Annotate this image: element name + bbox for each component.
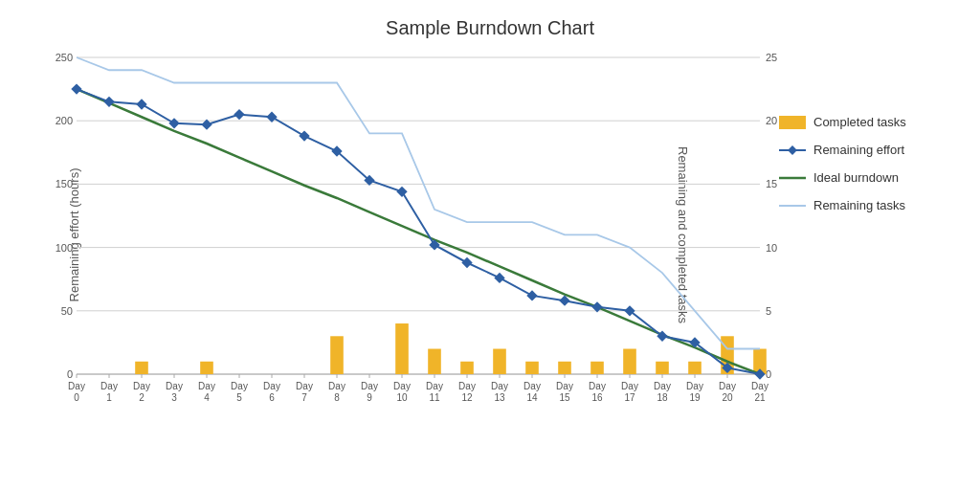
chart-title: Sample Burndown Chart (0, 0, 980, 43)
legend-item-ideal-burndown: Ideal burndown (779, 170, 951, 185)
svg-rect-94 (590, 362, 604, 374)
svg-text:13: 13 (494, 392, 505, 403)
svg-rect-88 (395, 323, 409, 374)
svg-text:Day: Day (426, 381, 443, 391)
svg-text:Day: Day (751, 381, 768, 391)
svg-text:18: 18 (657, 392, 668, 403)
svg-text:0: 0 (766, 368, 771, 380)
svg-rect-91 (493, 349, 506, 374)
svg-rect-93 (558, 362, 571, 374)
svg-text:Day: Day (654, 381, 671, 391)
legend-swatch-ideal-burndown (779, 171, 806, 185)
svg-text:21: 21 (754, 392, 766, 403)
legend-swatch-remaining-effort (779, 144, 806, 157)
svg-text:Day: Day (719, 381, 736, 391)
svg-text:4: 4 (204, 392, 210, 403)
legend-label-remaining-effort: Remaining effort (813, 143, 904, 157)
svg-text:6: 6 (269, 392, 275, 403)
svg-text:3: 3 (171, 392, 177, 403)
svg-rect-90 (460, 362, 474, 374)
svg-text:7: 7 (301, 392, 307, 403)
svg-text:Day: Day (68, 381, 85, 391)
svg-text:Day: Day (556, 381, 573, 391)
svg-text:Day: Day (589, 381, 606, 391)
chart-svg: 0501001502002500510152025Day0Day1Day2Day… (67, 48, 769, 422)
svg-text:100: 100 (56, 242, 73, 254)
svg-text:5: 5 (766, 305, 771, 317)
svg-text:11: 11 (429, 392, 440, 403)
legend-swatch-completed-tasks (779, 116, 806, 129)
legend-label-ideal-burndown: Ideal burndown (813, 170, 899, 185)
svg-rect-87 (330, 336, 344, 374)
svg-text:17: 17 (624, 392, 635, 403)
svg-text:9: 9 (367, 392, 372, 403)
svg-text:8: 8 (334, 392, 340, 403)
svg-text:2: 2 (139, 392, 145, 403)
svg-rect-100 (71, 83, 81, 94)
svg-text:0: 0 (74, 392, 79, 403)
svg-text:50: 50 (61, 305, 73, 317)
svg-rect-102 (136, 99, 146, 109)
svg-text:Day: Day (133, 381, 150, 391)
svg-text:Day: Day (296, 381, 313, 391)
svg-rect-85 (135, 362, 148, 374)
legend-swatch-remaining-tasks (779, 199, 806, 212)
svg-text:Day: Day (491, 381, 508, 391)
svg-text:250: 250 (56, 52, 73, 63)
svg-text:Day: Day (458, 381, 476, 391)
svg-text:25: 25 (766, 52, 777, 63)
svg-text:200: 200 (56, 115, 73, 126)
svg-text:Day: Day (361, 381, 378, 391)
svg-text:20: 20 (722, 392, 733, 403)
svg-text:Day: Day (100, 381, 118, 391)
svg-text:15: 15 (766, 178, 777, 189)
legend-item-remaining-effort: Remaining effort (779, 143, 951, 157)
legend-line-lightblue-icon (779, 199, 806, 212)
svg-text:10: 10 (396, 392, 408, 403)
svg-text:19: 19 (689, 392, 701, 403)
legend-label-completed-tasks: Completed tasks (813, 115, 906, 129)
chart-container: Sample Burndown Chart Remaining effort (… (0, 0, 980, 489)
svg-text:14: 14 (526, 392, 538, 403)
svg-rect-96 (656, 362, 669, 374)
svg-text:20: 20 (766, 115, 777, 126)
svg-rect-107 (299, 130, 309, 141)
svg-text:5: 5 (236, 392, 242, 403)
svg-rect-113 (494, 273, 504, 283)
svg-text:Day: Day (393, 381, 411, 391)
svg-text:12: 12 (461, 392, 473, 403)
legend-line-diamond-icon (779, 144, 806, 157)
svg-text:Day: Day (166, 381, 183, 391)
svg-rect-105 (234, 109, 244, 120)
legend-label-remaining-tasks: Remaining tasks (813, 198, 905, 212)
chart-legend: Completed tasks Remaining effort Ideal b… (779, 115, 951, 226)
svg-rect-114 (526, 290, 537, 300)
svg-text:Day: Day (328, 381, 345, 391)
svg-rect-97 (688, 362, 702, 374)
svg-rect-123 (788, 145, 797, 155)
svg-text:Day: Day (263, 381, 280, 391)
svg-rect-103 (168, 118, 179, 128)
svg-text:Day: Day (621, 381, 638, 391)
svg-text:15: 15 (559, 392, 570, 403)
legend-item-completed-tasks: Completed tasks (779, 115, 951, 129)
legend-line-green-icon (779, 171, 806, 185)
svg-text:10: 10 (766, 242, 777, 254)
legend-bar-completed-tasks (779, 116, 806, 129)
svg-rect-92 (525, 362, 539, 374)
svg-text:Day: Day (523, 381, 541, 391)
svg-text:Day: Day (231, 381, 248, 391)
svg-text:Day: Day (686, 381, 703, 391)
svg-text:150: 150 (56, 178, 73, 189)
svg-text:16: 16 (591, 392, 603, 403)
svg-rect-110 (396, 187, 407, 197)
svg-rect-89 (428, 349, 441, 374)
svg-rect-95 (623, 349, 636, 374)
chart-plot-area: 0501001502002500510152025Day0Day1Day2Day… (67, 48, 769, 422)
svg-rect-112 (461, 257, 472, 268)
svg-text:Day: Day (198, 381, 215, 391)
legend-item-remaining-tasks: Remaining tasks (779, 198, 951, 212)
svg-text:0: 0 (67, 368, 73, 380)
svg-text:1: 1 (106, 392, 112, 403)
svg-rect-86 (200, 362, 213, 374)
